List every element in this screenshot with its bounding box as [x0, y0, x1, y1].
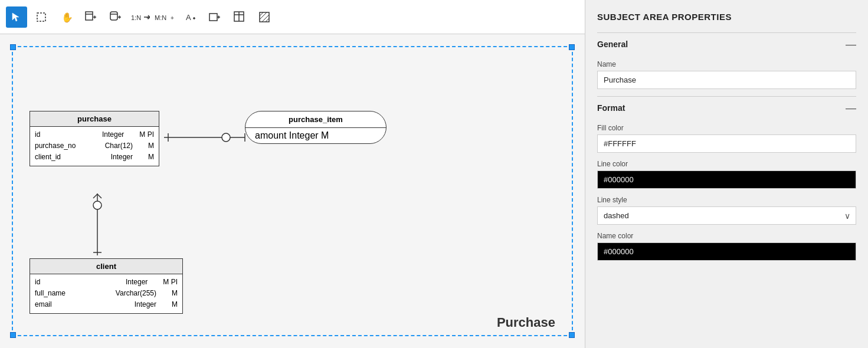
- tool-rel-mn[interactable]: M:N +: [155, 6, 176, 28]
- table-row: client_id Integer M: [35, 152, 154, 163]
- svg-rect-7: [110, 12, 117, 20]
- tool-marquee[interactable]: [31, 6, 52, 28]
- table-row: id Integer M PI: [35, 129, 154, 140]
- properties-panel: SUBJECT AREA PROPERTIES General — Name F…: [585, 0, 868, 348]
- entity-client-body: id Integer M PI full_name Varchar(255) M…: [30, 274, 182, 313]
- tool-annotation[interactable]: A: [179, 6, 201, 28]
- svg-marker-0: [12, 13, 19, 21]
- entity-purchase-item-header: purchase_item: [245, 111, 386, 128]
- field-name-color-input[interactable]: [597, 242, 856, 261]
- tool-pan[interactable]: ✋: [55, 6, 77, 28]
- tool-subarea[interactable]: [204, 6, 225, 28]
- table-row: id Integer M PI: [35, 277, 178, 288]
- field-name-label: Name: [597, 60, 856, 68]
- table-row: purchase_no Char(12) M: [35, 140, 154, 152]
- entity-client[interactable]: client id Integer M PI full_name Varchar…: [30, 258, 183, 314]
- field-name-color-label: Name color: [597, 232, 856, 240]
- svg-line-28: [260, 12, 263, 16]
- field-fill-color-input[interactable]: [597, 134, 856, 153]
- tool-add-view[interactable]: [105, 6, 126, 28]
- field-line-style-wrapper: solid dashed dotted: [597, 206, 856, 225]
- entity-purchase-item-body: amount Integer M: [245, 128, 386, 143]
- tool-select[interactable]: [6, 6, 27, 28]
- table-row: amount Integer M: [255, 130, 376, 141]
- tool-hatch[interactable]: [254, 6, 275, 28]
- svg-rect-21: [209, 14, 217, 21]
- handle-top-right[interactable]: [569, 44, 575, 50]
- field-line-color-input[interactable]: [597, 170, 856, 189]
- svg-text:A: A: [186, 13, 191, 22]
- entity-purchase-header: purchase: [30, 111, 159, 127]
- field-line-style-select[interactable]: solid dashed dotted: [597, 206, 856, 225]
- svg-text:M:N: M:N: [155, 14, 166, 21]
- field-line-color-label: Line color: [597, 160, 856, 168]
- panel-title: SUBJECT AREA PROPERTIES: [597, 12, 856, 22]
- handle-bottom-right[interactable]: [569, 332, 575, 338]
- section-format-header: Format —: [597, 96, 856, 118]
- section-format-title: Format: [597, 103, 625, 113]
- tool-table2[interactable]: [229, 6, 250, 28]
- section-format-collapse[interactable]: —: [846, 103, 856, 113]
- svg-rect-1: [37, 13, 45, 21]
- svg-line-31: [266, 18, 269, 22]
- diagram-canvas[interactable]: Purchase purchase: [0, 34, 585, 348]
- svg-rect-3: [86, 12, 93, 20]
- svg-text:✋: ✋: [61, 12, 72, 23]
- handle-bottom-left[interactable]: [10, 332, 16, 338]
- svg-rect-27: [260, 12, 269, 22]
- field-line-style-group: Line style solid dashed dotted: [597, 196, 856, 225]
- section-general-header: General —: [597, 32, 856, 54]
- tool-rel-1n[interactable]: 1:N +: [130, 6, 151, 28]
- field-fill-color-group: Fill color: [597, 124, 856, 153]
- svg-text:1:N: 1:N: [131, 14, 141, 21]
- section-general-title: General: [597, 40, 628, 49]
- field-name-group: Name: [597, 60, 856, 89]
- table-row: email Integer M: [35, 299, 178, 310]
- field-line-color-group: Line color: [597, 160, 856, 189]
- entity-client-header: client: [30, 259, 182, 274]
- entity-purchase[interactable]: purchase id Integer M PI purchase_no Cha…: [30, 111, 159, 166]
- svg-text:+: +: [171, 15, 174, 21]
- field-name-color-group: Name color: [597, 232, 856, 261]
- tool-add-table[interactable]: [80, 6, 101, 28]
- field-name-input[interactable]: [597, 71, 856, 89]
- svg-text:+: +: [146, 15, 150, 21]
- handle-top-left[interactable]: [10, 44, 16, 50]
- entity-purchase-body: id Integer M PI purchase_no Char(12) M c…: [30, 127, 159, 166]
- field-line-style-label: Line style: [597, 196, 856, 204]
- entity-purchase-item[interactable]: purchase_item amount Integer M: [245, 111, 386, 144]
- field-fill-color-label: Fill color: [597, 124, 856, 132]
- section-general-collapse[interactable]: —: [846, 39, 856, 50]
- subject-area-label: Purchase: [497, 315, 555, 330]
- table-row: full_name Varchar(255) M: [35, 288, 178, 299]
- canvas-area: ✋ 1:N +: [0, 0, 585, 348]
- toolbar: ✋ 1:N +: [0, 0, 585, 34]
